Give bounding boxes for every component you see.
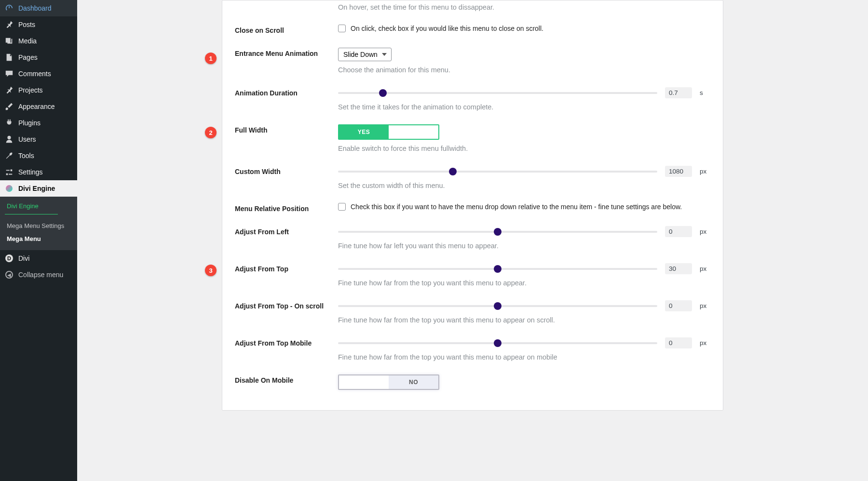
submenu-item-divi-engine[interactable]: Divi Engine: [0, 200, 77, 213]
slider-thumb[interactable]: [379, 89, 387, 97]
disable-on-mobile-toggle[interactable]: NO: [338, 374, 439, 390]
custom-width-unit: px: [700, 168, 710, 175]
full-width-toggle[interactable]: YES: [338, 124, 439, 140]
sidebar-item-users[interactable]: Users: [0, 131, 77, 147]
submenu-item-mega-menu[interactable]: Mega Menu: [0, 232, 77, 245]
sidebar-item-label: Tools: [18, 152, 34, 160]
custom-width-slider[interactable]: [338, 171, 657, 173]
setting-custom-width: Custom Width 1080 px Set the custom widt…: [235, 157, 710, 194]
sidebar-item-label: Users: [18, 135, 36, 143]
sidebar-item-plugins[interactable]: Plugins: [0, 115, 77, 131]
sidebar-item-label: Plugins: [18, 119, 41, 127]
adjust-from-top-scroll-value[interactable]: 0: [665, 300, 692, 311]
adjust-from-left-value[interactable]: 0: [665, 226, 692, 237]
sidebar-item-label: Divi Engine: [18, 185, 55, 192]
animation-duration-label: Animation Duration: [235, 87, 326, 97]
toggle-on: YES: [339, 125, 389, 139]
hover-disappear-desc: On hover, set the time for this menu to …: [338, 3, 710, 11]
adjust-from-top-scroll-label: Adjust From Top - On scroll: [235, 300, 326, 310]
adjust-from-top-scroll-desc: Fine tune how far from the top you want …: [338, 316, 710, 324]
admin-sidebar: Dashboard Posts Media Pages Comments Pro…: [0, 0, 77, 481]
sidebar-item-label: Pages: [18, 53, 38, 61]
animation-duration-desc: Set the time it takes for the animation …: [338, 103, 710, 111]
menu-relative-position-checkbox[interactable]: [338, 203, 346, 211]
setting-hover-disappear: On hover, set the time for this menu to …: [235, 0, 710, 16]
custom-width-value[interactable]: 1080: [665, 166, 692, 177]
slider-thumb[interactable]: [494, 228, 502, 236]
annotation-1: 1: [205, 53, 217, 64]
adjust-from-left-desc: Fine tune how far left you want this men…: [338, 242, 710, 250]
plug-icon: [5, 119, 14, 127]
adjust-from-top-value[interactable]: 30: [665, 263, 692, 274]
full-width-desc: Enable switch to force this menu fullwid…: [338, 145, 710, 152]
entrance-animation-desc: Choose the animation for this menu.: [338, 66, 710, 74]
setting-adjust-from-left: Adjust From Left 0 px Fine tune how far …: [235, 217, 710, 254]
custom-width-desc: Set the custom width of this menu.: [338, 182, 710, 189]
setting-adjust-from-top: Adjust From Top 30 px Fine tune how far …: [235, 254, 710, 292]
sidebar-item-label: Appearance: [18, 103, 55, 110]
sidebar-item-pages[interactable]: Pages: [0, 49, 77, 66]
slider-thumb[interactable]: [494, 265, 502, 273]
user-icon: [5, 135, 14, 144]
sidebar-item-label: Projects: [18, 86, 43, 94]
adjust-from-top-scroll-slider[interactable]: [338, 305, 657, 307]
sidebar-item-divi[interactable]: D Divi: [0, 250, 77, 267]
close-on-scroll-check[interactable]: On click, check box if you would like th…: [338, 25, 710, 32]
sidebar-item-label: Posts: [18, 21, 35, 28]
slider-thumb[interactable]: [449, 168, 457, 175]
sidebar-item-label: Dashboard: [18, 4, 52, 12]
annotation-2: 2: [205, 127, 217, 138]
adjust-from-top-slider[interactable]: [338, 268, 657, 270]
sidebar-item-media[interactable]: Media: [0, 33, 77, 49]
wrench-icon: [5, 151, 14, 160]
collapse-icon: ◀: [5, 270, 14, 279]
sidebar-item-collapse[interactable]: ◀ Collapse menu: [0, 267, 77, 283]
animation-duration-value[interactable]: 0.7: [665, 87, 692, 98]
close-on-scroll-checkbox[interactable]: [338, 25, 346, 32]
sidebar-item-comments[interactable]: Comments: [0, 66, 77, 82]
sidebar-item-divi-engine[interactable]: Divi Engine: [0, 180, 77, 197]
sliders-icon: [5, 168, 14, 176]
adjust-from-top-mobile-slider[interactable]: [338, 342, 657, 344]
toggle-off: [389, 125, 438, 139]
page-icon: [5, 53, 14, 62]
comment-icon: [5, 69, 14, 78]
full-width-label: Full Width: [235, 124, 326, 134]
divi-icon: D: [5, 254, 14, 263]
main-content: 1 2 3 On hover, set the time for this me…: [77, 0, 868, 481]
adjust-from-top-mobile-value[interactable]: 0: [665, 337, 692, 348]
adjust-from-top-desc: Fine tune how far from the top you want …: [338, 279, 710, 287]
toggle-off: NO: [389, 375, 438, 389]
sidebar-item-label: Divi: [18, 254, 29, 262]
dashboard-icon: [5, 4, 14, 13]
setting-menu-relative-position: Menu Relative Position Check this box if…: [235, 194, 710, 217]
annotation-3: 3: [205, 265, 217, 276]
sidebar-item-label: Comments: [18, 70, 51, 78]
setting-full-width: Full Width YES Enable switch to force th…: [235, 116, 710, 157]
sidebar-item-settings[interactable]: Settings: [0, 164, 77, 180]
close-on-scroll-check-label: On click, check box if you would like th…: [351, 25, 543, 32]
setting-entrance-animation: Entrance Menu Animation Slide Down Choos…: [235, 39, 710, 79]
sidebar-item-appearance[interactable]: Appearance: [0, 98, 77, 115]
menu-relative-position-label: Menu Relative Position: [235, 203, 326, 213]
adjust-from-top-unit: px: [700, 265, 710, 272]
slider-thumb[interactable]: [494, 339, 502, 347]
media-icon: [5, 37, 14, 45]
setting-adjust-from-top-mobile: Adjust From Top Mobile 0 px Fine tune ho…: [235, 329, 710, 366]
sidebar-item-label: Collapse menu: [18, 271, 63, 279]
slider-thumb[interactable]: [494, 302, 502, 310]
sidebar-item-dashboard[interactable]: Dashboard: [0, 0, 77, 16]
menu-relative-position-check[interactable]: Check this box if you want to have the m…: [338, 203, 710, 211]
submenu-item-mega-menu-settings[interactable]: Mega Menu Settings: [0, 219, 77, 232]
animation-duration-slider[interactable]: [338, 92, 657, 94]
adjust-from-left-slider[interactable]: [338, 231, 657, 233]
close-on-scroll-label: Close on Scroll: [235, 25, 326, 34]
brush-icon: [5, 102, 14, 111]
sidebar-item-label: Settings: [18, 168, 43, 176]
menu-relative-position-check-label: Check this box if you want to have the m…: [351, 203, 682, 211]
entrance-animation-select[interactable]: Slide Down: [338, 48, 392, 61]
adjust-from-top-scroll-unit: px: [700, 302, 710, 309]
sidebar-item-projects[interactable]: Projects: [0, 82, 77, 98]
sidebar-item-tools[interactable]: Tools: [0, 147, 77, 164]
sidebar-item-posts[interactable]: Posts: [0, 16, 77, 33]
